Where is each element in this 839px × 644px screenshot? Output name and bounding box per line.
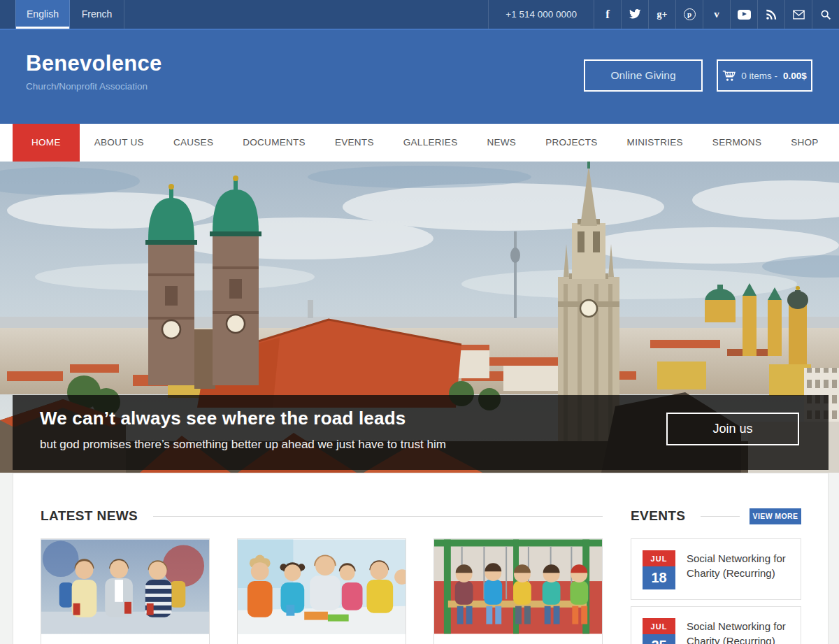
news-card[interactable] (433, 538, 603, 644)
header-actions: Online Giving 0 items - 0.00$ (584, 59, 812, 92)
nav-item-about-us[interactable]: ABOUT US (80, 124, 159, 162)
rss-icon[interactable] (757, 0, 784, 29)
content-area: LATEST NEWS (0, 473, 839, 644)
nav-item-documents[interactable]: DOCUMENTS (228, 124, 320, 162)
branding: Benevolence Church/Nonprofit Association (26, 51, 162, 92)
news-image-boys-shopping (41, 539, 209, 634)
nav-item-projects[interactable]: PROJECTS (531, 124, 612, 162)
topbar: English French +1 514 000 0000 f g+ p v (0, 0, 839, 29)
language-switcher: English French (15, 0, 124, 29)
hero-subtitle: but god promises there’s something bette… (40, 438, 446, 452)
topbar-right: +1 514 000 0000 f g+ p v (488, 0, 839, 29)
facebook-icon[interactable]: f (594, 0, 621, 29)
youtube-icon[interactable] (730, 0, 757, 29)
twitter-icon[interactable] (621, 0, 648, 29)
event-month: JUL (643, 550, 675, 566)
content-container: LATEST NEWS (13, 473, 829, 644)
nav-item-galleries[interactable]: GALLERIES (389, 124, 473, 162)
event-title: Social Networking for Charity (Recurring… (687, 550, 789, 588)
vimeo-icon[interactable]: v (703, 0, 730, 29)
event-title: Social Networking for Charity (Recurring… (687, 618, 789, 644)
cart-icon (722, 70, 736, 82)
news-image-playground-swing (434, 539, 602, 634)
latest-news-section: LATEST NEWS (41, 508, 603, 644)
nav-item-causes[interactable]: CAUSES (159, 124, 228, 162)
nav-item-events[interactable]: EVENTS (320, 124, 389, 162)
main-nav: HOME ABOUT US CAUSES DOCUMENTS EVENTS GA… (0, 124, 839, 162)
cart-total: 0.00$ (783, 71, 807, 81)
event-day: 18 (643, 566, 675, 589)
page: English French +1 514 000 0000 f g+ p v (0, 0, 839, 644)
event-date-badge: JUL 25 (643, 618, 675, 644)
latest-news-heading: LATEST NEWS (41, 508, 138, 524)
nav-item-ministries[interactable]: MINISTRIES (612, 124, 698, 162)
google-plus-icon[interactable]: g+ (648, 0, 675, 29)
cart-button[interactable]: 0 items - 0.00$ (717, 59, 812, 92)
hero-title: We can’t always see where the road leads (40, 408, 406, 429)
cart-items-text: 0 items - (741, 71, 777, 81)
nav-item-shop[interactable]: SHOP (776, 124, 833, 162)
search-icon[interactable] (812, 0, 839, 29)
event-month: JUL (643, 618, 675, 634)
view-more-button[interactable]: VIEW MORE (750, 508, 801, 524)
news-image-children-studying (238, 539, 406, 634)
join-us-button[interactable]: Join us (666, 413, 799, 445)
nav-item-staff[interactable]: STAFF (833, 124, 839, 162)
site-title: Benevolence (26, 51, 162, 76)
online-giving-button[interactable]: Online Giving (584, 59, 703, 92)
language-tab-english[interactable]: English (15, 0, 70, 29)
site-header: Benevolence Church/Nonprofit Association… (0, 29, 839, 124)
hero-caption: We can’t always see where the road leads… (13, 395, 829, 470)
phone-number: +1 514 000 0000 (488, 0, 594, 29)
news-card[interactable] (237, 538, 406, 644)
language-tab-french[interactable]: French (70, 0, 124, 29)
news-cards (41, 538, 603, 644)
section-rule (701, 516, 740, 517)
email-icon[interactable] (784, 0, 812, 29)
nav-item-sermons[interactable]: SERMONS (698, 124, 776, 162)
section-rule (153, 516, 603, 517)
pinterest-icon[interactable]: p (675, 0, 703, 29)
nav-item-news[interactable]: NEWS (472, 124, 531, 162)
site-tagline: Church/Nonprofit Association (26, 81, 162, 92)
nav-item-home[interactable]: HOME (13, 124, 80, 162)
event-date-badge: JUL 18 (643, 550, 675, 588)
hero-slider: We can’t always see where the road leads… (0, 162, 839, 473)
events-section: EVENTS VIEW MORE JUL 18 Social Networkin… (631, 508, 801, 644)
event-day: 25 (643, 634, 675, 644)
event-card[interactable]: JUL 25 Social Networking for Charity (Re… (631, 606, 801, 644)
event-card[interactable]: JUL 18 Social Networking for Charity (Re… (631, 538, 801, 600)
news-card[interactable] (41, 538, 210, 644)
events-heading: EVENTS (631, 508, 685, 524)
